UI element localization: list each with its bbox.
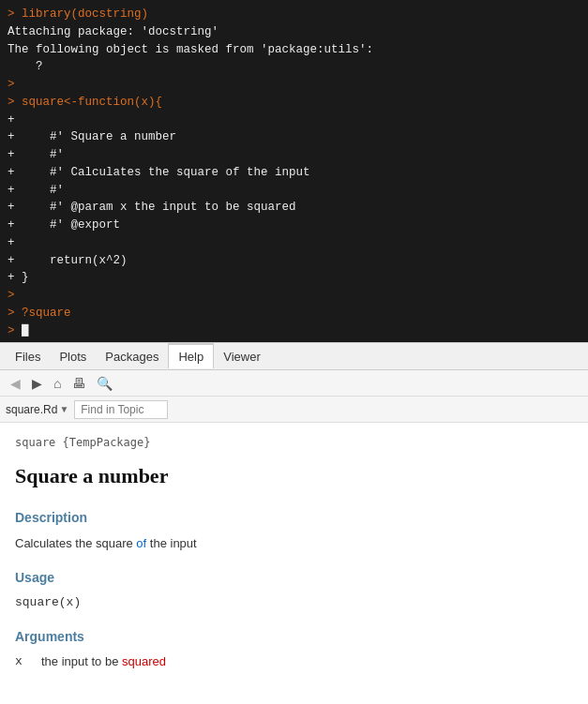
description-heading: Description — [15, 507, 573, 528]
console-line: + #' — [8, 182, 580, 200]
tab-viewer[interactable]: Viewer — [214, 345, 270, 368]
console-line: + — [8, 112, 580, 129]
arg-desc-start: the input to be — [41, 654, 122, 668]
usage-code: square(x) — [15, 593, 573, 613]
home-button[interactable]: ⌂ — [49, 373, 66, 394]
find-button[interactable]: 🔍 — [92, 373, 117, 394]
help-content-panel: square {TempPackage} Square a number Des… — [0, 423, 588, 683]
print-button[interactable]: 🖶 — [68, 373, 90, 394]
help-toolbar: ◀ ▶ ⌂ 🖶 🔍 — [0, 370, 588, 397]
console-line: + #' Square a number — [8, 128, 580, 146]
arguments-heading: Arguments — [15, 626, 573, 647]
console-line: + return(x^2) — [8, 252, 580, 270]
console-line: > █ — [8, 322, 580, 340]
arg-desc-x: the input to be squared — [41, 652, 166, 672]
dropdown-caret-icon: ▼ — [59, 404, 68, 414]
console-line: Attaching package: 'docstring' — [8, 23, 580, 41]
usage-heading: Usage — [15, 567, 573, 588]
arguments-list: x the input to be squared — [15, 652, 573, 672]
console-line: > — [8, 76, 580, 94]
console-line: > library(docstring) — [8, 6, 580, 23]
console-line: > square<-function(x){ — [8, 94, 580, 112]
description-text-link: of — [136, 536, 146, 550]
tab-plots[interactable]: Plots — [50, 345, 96, 368]
help-title: Square a number — [15, 459, 573, 492]
help-package-label: square {TempPackage} — [15, 434, 573, 452]
arg-name-x: x — [15, 652, 34, 672]
page-label: square.Rd ▼ — [6, 403, 68, 416]
console-line: + — [8, 234, 580, 252]
console-line: ? — [8, 58, 580, 76]
tab-packages[interactable]: Packages — [96, 345, 168, 368]
arg-desc-link: squared — [122, 654, 166, 668]
forward-button[interactable]: ▶ — [27, 373, 47, 394]
page-label-text: square.Rd — [6, 403, 57, 416]
description-text-end: the input — [146, 536, 197, 550]
console-line: > — [8, 287, 580, 305]
console-line: + #' @param x the input to be squared — [8, 199, 580, 217]
console-line: + #' Calculates the square of the input — [8, 164, 580, 182]
back-button[interactable]: ◀ — [6, 373, 25, 394]
console-line: + #' — [8, 146, 580, 164]
description-text-start: Calculates the square — [15, 536, 136, 550]
console-line: > ?square — [8, 305, 580, 322]
console-line: The following object is masked from 'pac… — [8, 41, 580, 59]
tab-help[interactable]: Help — [168, 343, 214, 368]
console-panel: > library(docstring) Attaching package: … — [0, 0, 588, 342]
description-text: Calculates the square of the input — [15, 534, 573, 554]
console-line: + #' @export — [8, 217, 580, 234]
console-line: + } — [8, 269, 580, 287]
address-bar: square.Rd ▼ — [0, 397, 588, 423]
arg-row-x: x the input to be squared — [15, 652, 573, 672]
find-in-topic-input[interactable] — [74, 400, 168, 419]
tab-files[interactable]: Files — [6, 345, 50, 368]
tab-bar: Files Plots Packages Help Viewer — [0, 342, 588, 370]
